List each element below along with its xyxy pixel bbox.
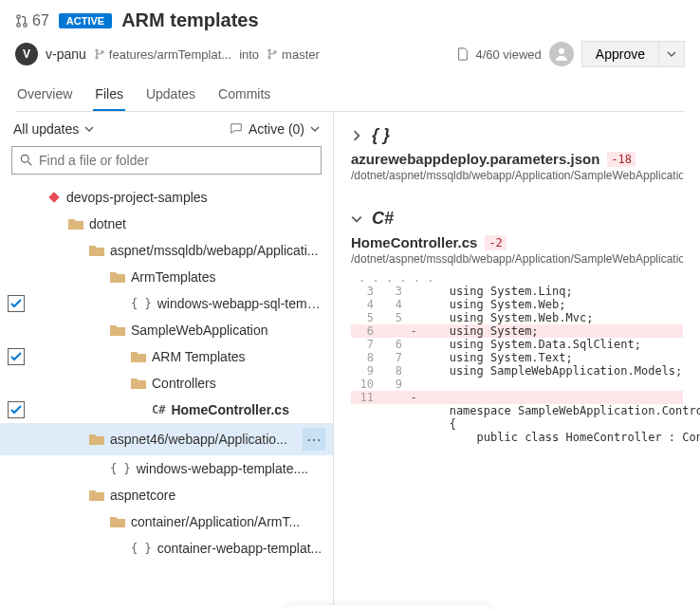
code-line: 33 using System.Linq; [351, 285, 683, 298]
approve-dropdown[interactable] [659, 41, 685, 67]
target-branch[interactable]: master [282, 47, 320, 62]
tree-label: SampleWebApplication [131, 323, 325, 338]
tab-commits[interactable]: Commits [216, 79, 272, 111]
checkbox [8, 487, 25, 504]
checkbox[interactable] [8, 295, 25, 312]
comment-icon [230, 122, 243, 136]
svg-point-0 [17, 14, 21, 18]
svg-point-7 [268, 57, 270, 59]
checkbox [8, 322, 25, 339]
tree-label: aspnetcore [110, 488, 325, 503]
view-in-explorer[interactable]: View in file explorer [289, 605, 488, 609]
svg-point-10 [21, 155, 28, 162]
into-label: into [239, 47, 259, 62]
chevron-down-icon [84, 124, 94, 134]
code-line: { [351, 417, 683, 431]
comments-filter[interactable]: Active (0) [230, 121, 320, 137]
pull-request-icon [15, 14, 28, 28]
repo-icon [47, 191, 61, 204]
folder-icon [89, 244, 104, 257]
json-icon: { } [131, 297, 152, 310]
tab-overview[interactable]: Overview [15, 79, 74, 111]
author-name[interactable]: v-panu [46, 46, 86, 62]
file-name[interactable]: azurewebappdeploy.parameters.json [351, 151, 599, 167]
file-type-icon: C# [372, 209, 394, 229]
chevron-right-icon[interactable] [351, 130, 362, 141]
diff-badge: -18 [607, 152, 636, 167]
code-line: 109 [351, 378, 683, 391]
tree-item[interactable]: Controllers [0, 370, 333, 397]
tree-item[interactable]: aspnetcore [0, 482, 333, 508]
viewed-counter: 4/60 viewed [456, 47, 541, 62]
file-name[interactable]: HomeController.cs [351, 234, 477, 250]
tree-item[interactable]: devops-project-samples [0, 184, 333, 211]
code-line: 11- [351, 391, 683, 404]
tab-updates[interactable]: Updates [144, 79, 197, 111]
updates-filter[interactable]: All updates [13, 121, 94, 137]
checkbox [8, 375, 25, 392]
approve-button[interactable]: Approve [581, 41, 659, 67]
tree-item[interactable]: aspnet/mssqldb/webapp/Applicati... [0, 237, 333, 264]
pr-id: 67 [15, 12, 49, 29]
tab-files[interactable]: Files [93, 79, 125, 111]
tree-item[interactable]: aspnet46/webapp/Applicatio...⋯ [0, 423, 333, 455]
checkbox [8, 460, 25, 477]
tree-item[interactable]: { }container-webapp-templat... [0, 535, 333, 562]
tree-label: HomeController.cs [171, 402, 325, 417]
tree-label: container/Application/ArmT... [131, 514, 325, 529]
folder-icon [131, 377, 146, 390]
file-path: /dotnet/aspnet/mssqldb/webapp/Applicatio… [351, 252, 683, 266]
tree-label: devops-project-samples [66, 190, 325, 205]
tree-item[interactable]: ARM Templates [0, 343, 333, 370]
tree-label: container-webapp-templat... [157, 541, 325, 556]
tree-item[interactable]: C#HomeController.cs [0, 397, 333, 423]
code-line: 55 using System.Web.Mvc; [351, 311, 683, 324]
svg-point-4 [96, 57, 98, 59]
file-path: /dotnet/aspnet/mssqldb/webapp/Applicatio… [351, 169, 683, 182]
json-icon: { } [110, 462, 131, 475]
chevron-down-icon [667, 49, 676, 59]
more-button[interactable]: ⋯ [303, 428, 325, 451]
source-branch[interactable]: features/armTemplat... [109, 47, 231, 62]
svg-point-6 [268, 49, 270, 51]
svg-point-9 [559, 48, 564, 54]
folder-icon [89, 433, 104, 446]
checkbox [8, 215, 25, 232]
tree-item[interactable]: dotnet [0, 211, 333, 237]
checkbox [8, 540, 25, 557]
chevron-down-icon[interactable] [351, 213, 362, 225]
pr-title: ARM templates [121, 9, 258, 31]
svg-point-1 [17, 23, 21, 27]
json-icon: { } [131, 542, 152, 555]
csharp-icon: C# [152, 403, 165, 416]
checkbox [8, 513, 25, 530]
checkbox[interactable] [8, 401, 25, 418]
folder-icon [89, 489, 104, 502]
tree-label: dotnet [89, 216, 325, 231]
tree-label: windows-webapp-template.... [137, 461, 325, 476]
tree-item[interactable]: SampleWebApplication [0, 317, 333, 343]
checkbox[interactable] [8, 348, 25, 365]
tree-item[interactable]: { }windows-webapp-sql-temp... [0, 290, 333, 317]
code-line: 87 using System.Text; [351, 351, 683, 364]
folder-icon [110, 515, 125, 528]
code-line: 6- using System; [351, 324, 683, 338]
diff-badge: -2 [485, 235, 506, 250]
author-avatar[interactable]: V [15, 43, 38, 65]
checkbox [8, 268, 25, 286]
branch-icon [94, 48, 105, 60]
user-icon[interactable] [549, 42, 574, 66]
tree-label: aspnet46/webapp/Applicatio... [110, 432, 297, 447]
code-line: 44 using System.Web; [351, 298, 683, 311]
tree-item[interactable]: { }windows-webapp-template.... [0, 455, 333, 482]
code-line: 76 using System.Data.SqlClient; [351, 338, 683, 351]
checkbox [8, 242, 25, 259]
tree-label: Controllers [152, 376, 325, 391]
search-input[interactable] [11, 146, 322, 175]
folder-icon [68, 217, 83, 231]
tree-item[interactable]: container/Application/ArmT... [0, 508, 333, 535]
file-icon [456, 47, 470, 61]
code-line: namespace SampleWebApplication.Controlle… [351, 404, 683, 417]
tree-label: aspnet/mssqldb/webapp/Applicati... [110, 243, 325, 258]
tree-item[interactable]: ArmTemplates [0, 264, 333, 290]
